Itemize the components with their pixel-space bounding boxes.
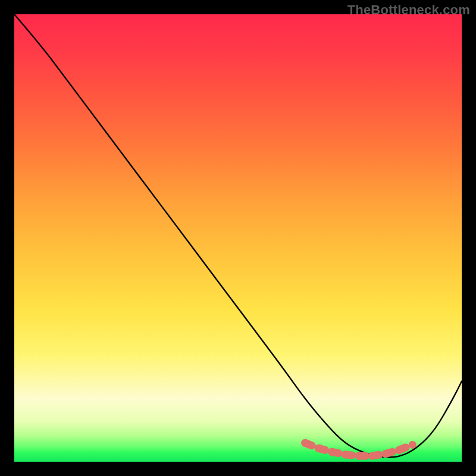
- highlight-connector: [346, 455, 352, 455]
- highlight-dot: [409, 441, 416, 449]
- watermark-text: TheBottleneck.com: [347, 2, 470, 18]
- highlight-connector: [332, 452, 339, 453]
- curve-layer: [14, 14, 462, 462]
- highlight-connector: [399, 447, 406, 450]
- highlight-connector: [372, 455, 379, 456]
- bottleneck-curve: [14, 14, 462, 458]
- chart-container: TheBottleneck.com: [0, 0, 476, 476]
- highlight-connector: [305, 443, 312, 446]
- plot-inner: [14, 14, 462, 462]
- highlight-connector: [386, 452, 392, 454]
- highlight-connector: [318, 448, 325, 450]
- plot-area: [13, 13, 463, 463]
